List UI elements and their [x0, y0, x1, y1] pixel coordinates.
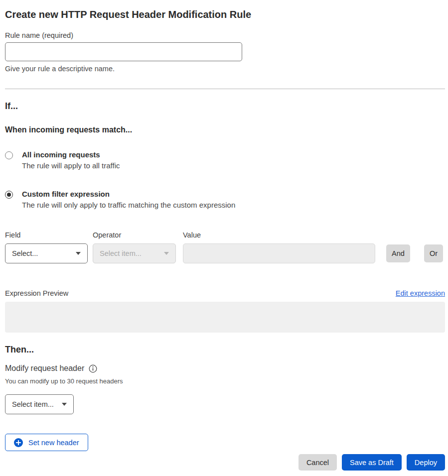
- header-operation-select-value: Select item...: [12, 400, 54, 408]
- rule-name-input[interactable]: [5, 42, 242, 61]
- radio-option-description: The rule will only apply to traffic matc…: [22, 201, 235, 209]
- operator-select-value: Select item...: [100, 249, 142, 257]
- operator-label: Operator: [93, 231, 176, 239]
- save-as-draft-button[interactable]: Save as Draft: [342, 454, 402, 471]
- radio-icon[interactable]: [5, 151, 13, 159]
- or-button[interactable]: Or: [424, 244, 443, 262]
- modify-request-header-label: Modify request header: [5, 364, 84, 373]
- info-icon[interactable]: [89, 364, 97, 373]
- set-new-header-button[interactable]: Set new header: [5, 434, 88, 451]
- chevron-down-icon: [164, 252, 169, 255]
- radio-option-label: All incoming requests: [22, 150, 120, 159]
- rule-name-group: Rule name (required) Give your rule a de…: [5, 31, 445, 73]
- expression-preview-label: Expression Preview: [5, 289, 68, 297]
- operator-select[interactable]: Select item...: [93, 243, 176, 263]
- if-heading: If...: [5, 101, 445, 112]
- radio-option-description: The rule will apply to all traffic: [22, 161, 120, 170]
- expression-preview-box: [5, 302, 445, 333]
- and-button[interactable]: And: [386, 244, 410, 262]
- field-label: Field: [5, 231, 88, 239]
- radio-option-all-incoming-requests[interactable]: All incoming requests The rule will appl…: [5, 150, 445, 170]
- radio-option-label: Custom filter expression: [22, 190, 235, 198]
- rule-name-label: Rule name (required): [5, 31, 445, 39]
- then-heading: Then...: [5, 345, 445, 355]
- create-rule-page: Create new HTTP Request Header Modificat…: [0, 0, 448, 476]
- value-input[interactable]: [183, 243, 375, 263]
- field-select[interactable]: Select...: [5, 243, 88, 263]
- deploy-button[interactable]: Deploy: [407, 454, 445, 471]
- set-new-header-label: Set new header: [28, 439, 79, 447]
- cancel-button[interactable]: Cancel: [299, 454, 337, 471]
- expression-preview-header: Expression Preview Edit expression: [5, 289, 445, 297]
- match-subheading: When incoming requests match...: [5, 125, 445, 134]
- section-divider: [5, 89, 445, 89]
- chevron-down-icon: [62, 403, 67, 406]
- expression-builder-row: Field Select... Operator Select item... …: [5, 231, 445, 263]
- radio-option-custom-filter-expression[interactable]: Custom filter expression The rule will o…: [5, 190, 445, 209]
- footer-actions: Cancel Save as Draft Deploy: [5, 454, 445, 471]
- modify-header-help: You can modify up to 30 request headers: [5, 377, 445, 385]
- header-operation-select[interactable]: Select item...: [5, 394, 74, 414]
- page-title: Create new HTTP Request Header Modificat…: [5, 9, 445, 20]
- rule-name-help: Give your rule a descriptive name.: [5, 65, 445, 73]
- edit-expression-link[interactable]: Edit expression: [396, 289, 445, 297]
- chevron-down-icon: [76, 252, 81, 255]
- modify-request-header-row: Modify request header: [5, 364, 445, 373]
- plus-circle-icon: [14, 438, 23, 447]
- value-label: Value: [183, 231, 375, 239]
- radio-icon[interactable]: [5, 191, 13, 199]
- field-select-value: Select...: [12, 249, 38, 257]
